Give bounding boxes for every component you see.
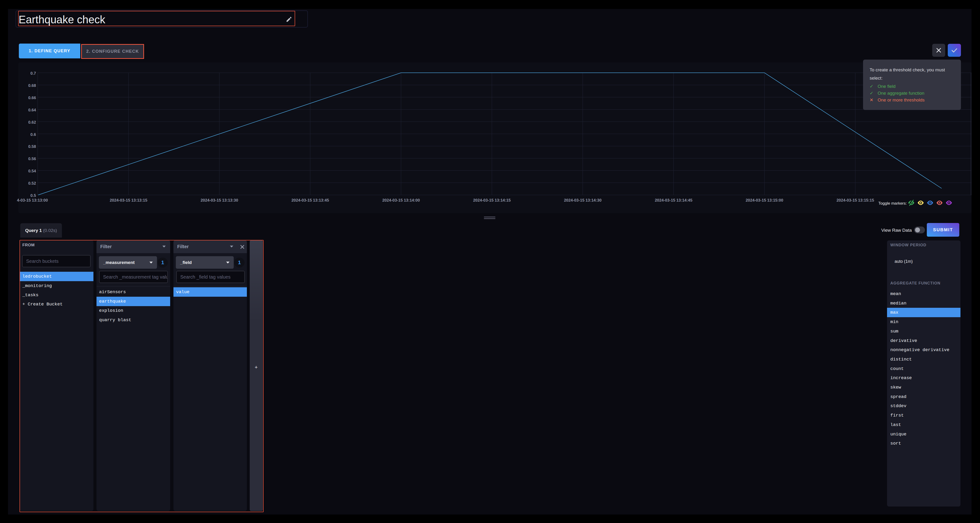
svg-text:2024-03-15 13:13:45: 2024-03-15 13:13:45 <box>291 198 329 203</box>
svg-text:0.7: 0.7 <box>30 71 36 76</box>
svg-text:2024-03-15 13:14:00: 2024-03-15 13:14:00 <box>382 198 420 203</box>
svg-text:0.64: 0.64 <box>28 108 36 112</box>
svg-text:0.58: 0.58 <box>28 144 36 149</box>
svg-text:0.5: 0.5 <box>30 193 36 198</box>
svg-text:2024-03-15 13:15:00: 2024-03-15 13:15:00 <box>746 198 783 203</box>
svg-text:0.6: 0.6 <box>30 132 36 137</box>
svg-text:2024-03-15 13:13:30: 2024-03-15 13:13:30 <box>200 198 238 203</box>
svg-text:0.62: 0.62 <box>28 120 36 124</box>
svg-text:0.52: 0.52 <box>28 181 36 185</box>
svg-text:0.56: 0.56 <box>28 156 36 161</box>
svg-text:0.66: 0.66 <box>28 96 36 100</box>
svg-text:2024-03-15 13:14:45: 2024-03-15 13:14:45 <box>655 198 692 203</box>
svg-text:2024-03-15 13:14:15: 2024-03-15 13:14:15 <box>473 198 511 203</box>
svg-text:2024-03-15 13:13:15: 2024-03-15 13:13:15 <box>110 198 147 203</box>
svg-text:4-03-15 13:13:00: 4-03-15 13:13:00 <box>17 198 48 203</box>
svg-text:0.54: 0.54 <box>28 169 36 173</box>
svg-text:0.68: 0.68 <box>28 83 36 88</box>
svg-text:2024-03-15 13:14:30: 2024-03-15 13:14:30 <box>564 198 601 203</box>
